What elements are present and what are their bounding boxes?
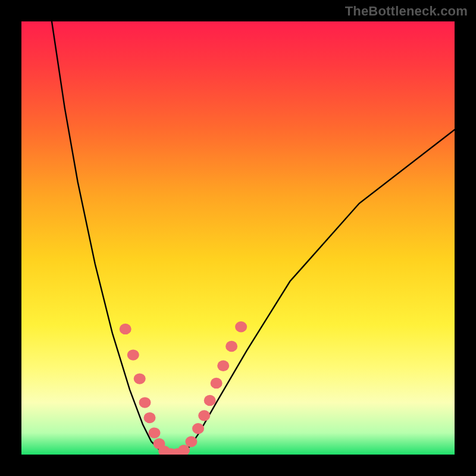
curve-right [177, 130, 455, 455]
data-marker [139, 397, 151, 408]
data-marker [235, 321, 247, 332]
data-marker [149, 427, 161, 438]
data-marker [211, 378, 223, 389]
marker-group [120, 321, 247, 455]
chart-canvas [21, 21, 455, 455]
data-marker [185, 436, 197, 447]
data-marker [120, 324, 131, 334]
data-marker [226, 341, 237, 352]
data-marker [144, 412, 156, 423]
data-marker [127, 349, 139, 360]
data-marker [217, 361, 229, 371]
data-marker [198, 410, 210, 421]
data-marker [192, 423, 204, 434]
chart-stage: TheBottleneck.com [0, 0, 476, 476]
watermark-text: TheBottleneck.com [345, 4, 468, 19]
data-marker [134, 373, 146, 384]
curve-left [52, 21, 169, 455]
data-marker [204, 395, 216, 406]
plot-area [21, 21, 455, 455]
data-marker [178, 445, 190, 455]
